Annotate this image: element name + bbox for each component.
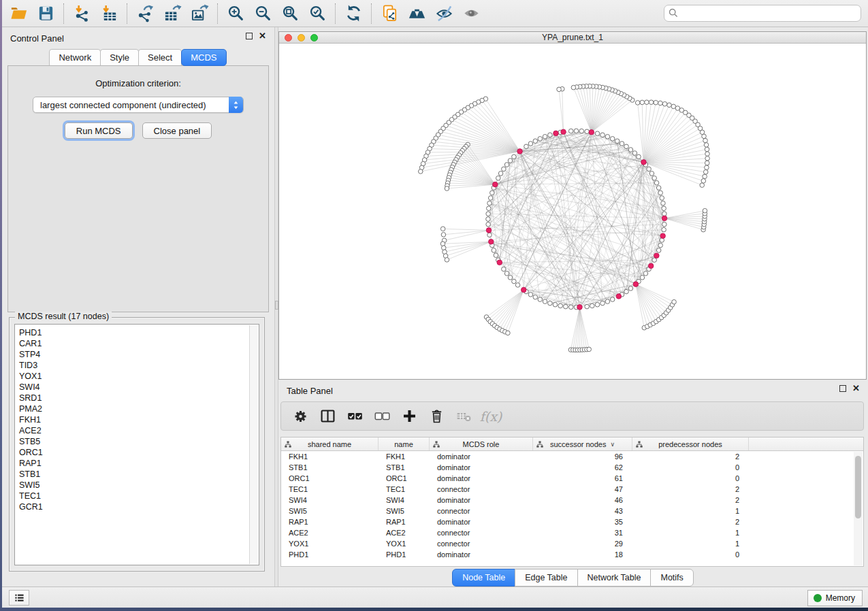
mcds-result-list[interactable]: PHD1CAR1STP4TID3YOX1SWI4SRD1PMA2FKH1ACE2…	[14, 324, 259, 565]
table-row[interactable]: STB1STB1dominator620	[281, 462, 863, 473]
split-columns-button[interactable]	[315, 404, 340, 429]
result-list-item[interactable]: STB1	[19, 469, 259, 480]
tab-node-table[interactable]: Node Table	[452, 569, 515, 587]
toolbar-separator	[371, 3, 372, 24]
delete-button[interactable]	[424, 404, 449, 429]
export-image-button[interactable]	[186, 2, 213, 25]
memory-button[interactable]: Memory	[807, 590, 863, 606]
table-row[interactable]: SWI5SWI5connector431	[281, 506, 863, 516]
list-icon	[14, 592, 25, 604]
cell-shared-name: TEC1	[281, 485, 379, 493]
column-header-shared-name[interactable]: shared name	[281, 437, 379, 450]
window-close-button[interactable]	[285, 34, 292, 42]
cell-name: ACE2	[379, 529, 430, 537]
result-list-item[interactable]: ORC1	[19, 447, 259, 458]
tab-select[interactable]: Select	[138, 49, 182, 66]
column-header-name[interactable]: name	[379, 437, 430, 450]
table-row[interactable]: SWI4SWI4dominator462	[281, 495, 863, 506]
table-row[interactable]: ORC1ORC1dominator610	[281, 473, 863, 484]
application-window: Control Panel ✕ NetworkStyleSelectMCDS O…	[2, 0, 868, 608]
network-canvas[interactable]	[279, 44, 866, 379]
network-window-title: YPA_prune.txt_1	[542, 33, 603, 42]
tab-style[interactable]: Style	[100, 49, 139, 66]
table-scrollbar-thumb[interactable]	[855, 456, 861, 518]
zoom-fit-button[interactable]	[276, 2, 304, 25]
result-list-item[interactable]: SWI4	[19, 382, 259, 393]
result-list-item[interactable]: STP4	[19, 349, 259, 360]
table-scrollbar[interactable]	[854, 452, 863, 565]
cell-predecessor-nodes: 2	[632, 452, 749, 461]
tab-network-table[interactable]: Network Table	[577, 569, 652, 587]
folder-open-button[interactable]	[5, 2, 32, 25]
tab-edge-table[interactable]: Edge Table	[515, 569, 577, 587]
table-row[interactable]: FKH1FKH1dominator962	[281, 451, 863, 462]
eye-slash-button[interactable]	[430, 2, 457, 25]
result-list-item[interactable]: PHD1	[19, 327, 259, 338]
eye-icon	[462, 4, 481, 22]
table-row[interactable]: YOX1YOX1connector291	[281, 538, 863, 549]
float-panel-icon[interactable]	[246, 33, 253, 39]
eye-button[interactable]	[457, 2, 485, 25]
column-header-predecessor-nodes[interactable]: predecessor nodes	[632, 437, 749, 450]
cell-name: ORC1	[379, 474, 430, 482]
result-list-item[interactable]: SWI5	[19, 480, 259, 491]
window-minimize-button[interactable]	[298, 34, 305, 42]
result-list-item[interactable]: TID3	[19, 360, 259, 371]
deselect-all-button[interactable]	[370, 404, 394, 429]
copy-network-button[interactable]	[376, 2, 403, 25]
criterion-dropdown[interactable]: largest connected component (undirected)	[33, 97, 244, 113]
status-bar: Memory	[2, 587, 868, 608]
result-list-item[interactable]: STB5	[19, 436, 259, 447]
run-mcds-button[interactable]: Run MCDS	[65, 122, 133, 139]
select-all-button[interactable]	[342, 404, 367, 429]
search-input[interactable]	[664, 5, 861, 22]
result-list-item[interactable]: SRD1	[19, 393, 259, 403]
result-list-item[interactable]: ACE2	[19, 425, 259, 436]
zoom-out-button[interactable]	[249, 2, 276, 25]
split-columns-icon	[319, 408, 336, 425]
tab-network[interactable]: Network	[49, 49, 101, 66]
gear-button[interactable]	[288, 404, 312, 429]
tree-icon	[636, 441, 643, 448]
close-table-panel-icon[interactable]: ✕	[852, 385, 860, 392]
import-table-button[interactable]	[95, 2, 123, 25]
tab-motifs[interactable]: Motifs	[650, 569, 693, 587]
table-row[interactable]: RAP1RAP1dominator352	[281, 516, 863, 527]
column-header-MCDS-role[interactable]: MCDS role	[430, 437, 533, 450]
float-table-panel-icon[interactable]	[839, 385, 846, 392]
tab-mcds[interactable]: MCDS	[181, 49, 226, 66]
result-list-item[interactable]: TEC1	[19, 491, 259, 501]
table-row[interactable]: TEC1TEC1connector472	[281, 484, 863, 495]
tree-icon	[285, 441, 291, 448]
close-panel-button[interactable]: Close panel	[142, 122, 212, 139]
result-list-item[interactable]: FKH1	[19, 414, 259, 425]
delete-table-icon	[455, 408, 472, 425]
search-icon	[669, 8, 678, 18]
result-list-item[interactable]: CAR1	[19, 338, 259, 349]
import-network-button[interactable]	[68, 2, 95, 25]
close-panel-icon[interactable]: ✕	[259, 33, 266, 39]
zoom-in-button[interactable]	[222, 2, 249, 25]
panel-menu-button[interactable]	[9, 590, 29, 606]
result-list-item[interactable]: GCR1	[19, 501, 259, 512]
network-window-titlebar: YPA_prune.txt_1	[279, 32, 866, 44]
export-table-button[interactable]	[159, 2, 186, 25]
result-list-item[interactable]: YOX1	[19, 371, 259, 382]
result-list-item[interactable]: RAP1	[19, 458, 259, 469]
refresh-button[interactable]	[340, 2, 367, 25]
binoculars-button[interactable]	[403, 2, 430, 25]
cell-predecessor-nodes: 1	[632, 507, 749, 515]
table-row[interactable]: ACE2ACE2connector311	[281, 527, 863, 538]
column-header-label: successor nodes	[550, 440, 607, 448]
result-list-scrollbar[interactable]	[249, 325, 258, 564]
add-button[interactable]	[397, 404, 421, 429]
window-zoom-button[interactable]	[310, 34, 318, 42]
column-header-successor-nodes[interactable]: successor nodes∨	[533, 437, 632, 450]
export-network-button[interactable]	[131, 2, 159, 25]
table-row[interactable]: PHD1PHD1dominator180	[281, 549, 863, 560]
result-list-item[interactable]: PMA2	[19, 403, 259, 414]
save-button[interactable]	[32, 2, 59, 25]
cell-name: RAP1	[379, 518, 430, 526]
table-panel-header: Table Panel ✕	[278, 380, 868, 399]
zoom-selected-button[interactable]	[304, 2, 331, 25]
